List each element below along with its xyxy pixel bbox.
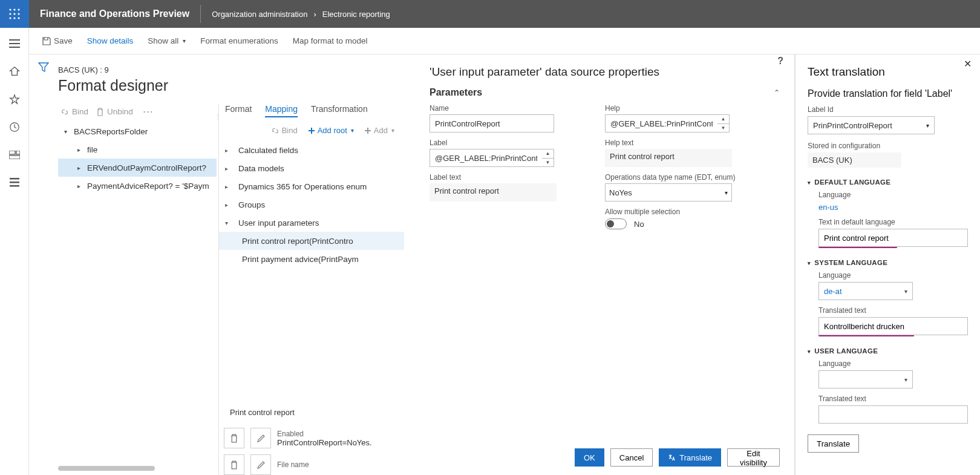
enabled-label: Enabled	[277, 430, 372, 438]
svg-rect-18	[10, 185, 19, 187]
expand-icon[interactable]: ▸	[225, 165, 232, 172]
enabled-value: PrintControlReport=NoYes.	[277, 438, 372, 447]
text-default-input[interactable]	[818, 229, 968, 247]
bind-button[interactable]: Bind	[72, 107, 88, 116]
user-language-select[interactable]: ▾	[818, 370, 913, 388]
recent-icon[interactable]	[2, 115, 27, 139]
group-default-language[interactable]: ▾DEFAULT LANGUAGE	[808, 179, 968, 186]
svg-point-6	[9, 17, 11, 19]
user-translated-text-input[interactable]	[818, 405, 968, 424]
ds-node[interactable]: ▸Calculated fields	[219, 141, 404, 159]
stored-label: Stored in configuration	[808, 142, 968, 150]
modules-icon[interactable]	[2, 171, 27, 195]
hamburger-icon[interactable]	[2, 31, 27, 56]
help-input[interactable]	[605, 114, 717, 133]
designer-body: Bind Unbind ··· ▾BACSReportsFolder ▸file…	[58, 104, 404, 475]
expand-icon[interactable]: ▸	[225, 147, 232, 154]
fields: Name Label ▲▼ Label text Print control r…	[430, 104, 780, 235]
save-button[interactable]: Save	[35, 36, 80, 45]
edt-select[interactable]: NoYes▾	[605, 183, 732, 201]
svg-point-0	[9, 8, 11, 10]
cancel-button[interactable]: Cancel	[610, 448, 653, 467]
map-format-button[interactable]: Map format to model	[286, 36, 375, 45]
multi-toggle[interactable]	[605, 218, 627, 229]
label-input[interactable]	[430, 149, 542, 167]
name-input[interactable]	[430, 114, 554, 133]
expand-icon[interactable]: ▸	[74, 146, 83, 153]
tab-transformation[interactable]: Transformation	[311, 104, 368, 117]
expand-icon[interactable]: ▸	[74, 165, 83, 171]
svg-point-4	[13, 13, 15, 15]
spinner-buttons[interactable]: ▲▼	[717, 114, 730, 133]
expand-icon[interactable]: ▸	[74, 183, 83, 189]
translate-button[interactable]: Translate	[659, 448, 721, 467]
workspace-icon[interactable]	[2, 143, 27, 167]
format-tree: ▾BACSReportsFolder ▸file ▸ERVendOutPaymC…	[58, 122, 217, 195]
tab-format[interactable]: Format	[225, 104, 252, 117]
scrollbar-thumb[interactable]	[58, 466, 155, 471]
expand-icon[interactable]: ▸	[225, 201, 232, 208]
collapse-icon: ▾	[808, 349, 811, 355]
add-root-button[interactable]: Add root▾	[304, 126, 358, 135]
group-user-language[interactable]: ▾USER LANGUAGE	[808, 347, 968, 355]
bind-button[interactable]: Bind	[267, 126, 301, 135]
more-icon[interactable]: ···	[143, 107, 154, 116]
svg-point-1	[13, 8, 15, 10]
format-enumerations-button[interactable]: Format enumerations	[193, 36, 285, 45]
collapse-icon[interactable]: ▾	[225, 220, 232, 226]
add-button[interactable]: Add▾	[361, 126, 398, 135]
chevron-down-icon: ▾	[183, 38, 186, 44]
svg-rect-14	[16, 151, 20, 154]
command-bar: Save Show details Show all▾ Format enume…	[29, 28, 980, 54]
tree-node[interactable]: ▾BACSReportsFolder	[58, 122, 217, 140]
translate-icon	[668, 454, 676, 462]
show-details-button[interactable]: Show details	[80, 36, 141, 45]
ds-node[interactable]: ▾User input parameters	[219, 214, 404, 232]
translate-button[interactable]: Translate	[808, 434, 859, 453]
star-icon[interactable]	[2, 87, 27, 111]
ds-node[interactable]: ▸Data models	[219, 159, 404, 177]
edit-icon[interactable]	[250, 428, 271, 448]
ds-node[interactable]: ▸Dynamics 365 for Operations enum	[219, 177, 404, 195]
language-label: Language	[818, 359, 968, 368]
svg-rect-11	[9, 47, 20, 48]
translated-text-input[interactable]	[818, 317, 968, 335]
breadcrumb-item[interactable]: Electronic reporting	[322, 10, 390, 19]
tree-node[interactable]: ▸file	[58, 140, 217, 159]
default-language-value[interactable]: en-us	[818, 201, 968, 218]
shell: Save Show details Show all▾ Format enume…	[0, 28, 980, 475]
group-system-language[interactable]: ▾SYSTEM LANGUAGE	[808, 259, 968, 266]
breadcrumb[interactable]: Organization administration › Electronic…	[201, 10, 401, 19]
filter-column	[29, 54, 58, 475]
system-language-select[interactable]: de-at▾	[818, 282, 913, 300]
horizontal-scrollbar[interactable]	[58, 466, 217, 472]
close-icon[interactable]: ✕	[964, 58, 972, 70]
svg-point-3	[9, 13, 11, 15]
spinner-buttons[interactable]: ▲▼	[542, 149, 554, 167]
show-all-button[interactable]: Show all▾	[140, 36, 193, 45]
tree-node[interactable]: ▸PaymentAdviceReport? = '$Paym	[58, 177, 217, 195]
edit-icon[interactable]	[250, 454, 271, 475]
stored-value: BACS (UK)	[808, 152, 901, 168]
ds-node-selected[interactable]: Print control report(PrintContro	[219, 232, 404, 250]
unbind-button[interactable]: Unbind	[107, 107, 133, 116]
delete-icon[interactable]	[224, 454, 244, 475]
expand-icon[interactable]: ▸	[225, 183, 232, 190]
collapse-icon[interactable]: ▾	[60, 128, 70, 135]
filter-icon[interactable]	[38, 62, 49, 475]
breadcrumb-item[interactable]: Organization administration	[212, 10, 307, 19]
labelid-select[interactable]: PrinPrintControlReport▾	[808, 116, 935, 134]
app-launcher-icon[interactable]	[0, 0, 29, 28]
ok-button[interactable]: OK	[575, 448, 604, 467]
svg-rect-10	[9, 43, 20, 44]
ds-node[interactable]: ▸Groups	[219, 195, 404, 214]
edt-label: Operations data type name (EDT, enum)	[605, 173, 756, 182]
delete-icon[interactable]	[224, 428, 244, 448]
ds-node[interactable]: Print payment advice(PrintPaym	[219, 250, 404, 268]
home-icon[interactable]	[2, 59, 27, 84]
tab-mapping[interactable]: Mapping	[265, 104, 298, 117]
tree-node-selected[interactable]: ▸ERVendOutPaymControlReport?	[58, 159, 217, 177]
section-header[interactable]: Parameters ⌃	[430, 79, 780, 100]
help-icon[interactable]: ?	[777, 56, 783, 67]
edit-visibility-button[interactable]: Edit visibility	[727, 448, 780, 467]
